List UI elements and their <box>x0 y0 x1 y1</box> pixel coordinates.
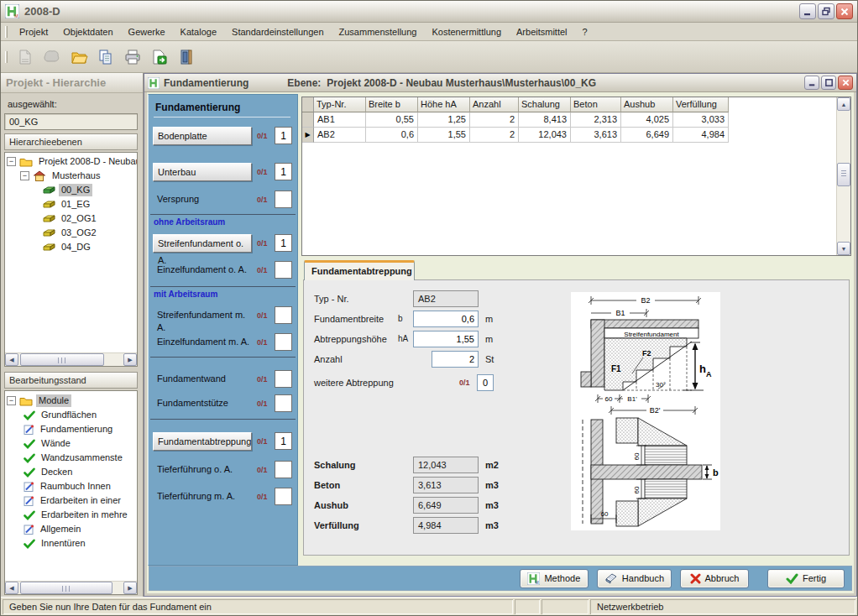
open-button[interactable] <box>40 45 64 69</box>
count-field[interactable] <box>275 333 292 351</box>
handbuch-button[interactable]: Handbuch <box>597 569 672 588</box>
module-item[interactable]: Allgemein <box>7 522 137 536</box>
category-label[interactable]: Fundamentwand <box>154 373 253 385</box>
scroll-left-icon[interactable]: ◀ <box>5 582 18 594</box>
table-row-active[interactable]: ▶ AB2 0,6 1,55 2 12,043 3,613 6,649 4,98… <box>302 128 836 143</box>
cell-verfuellung[interactable]: 4,984 <box>673 128 729 143</box>
scroll-left-icon[interactable]: ◀ <box>5 353 18 366</box>
scrollbar-thumb[interactable] <box>837 163 850 186</box>
abbruch-button[interactable]: Abbruch <box>680 569 749 588</box>
tree-item-project[interactable]: − Projekt 2008-D - Neubau <box>7 154 137 169</box>
menu-arbeitsmittel[interactable]: Arbeitsmittel <box>509 24 575 39</box>
weitere-abtreppung-input[interactable] <box>477 374 494 391</box>
print-button[interactable] <box>121 45 144 69</box>
menu-objektdaten[interactable]: Objektdaten <box>55 24 120 39</box>
cell-schalung[interactable]: 8,413 <box>519 112 571 128</box>
column-header[interactable]: Typ-Nr. <box>314 97 366 112</box>
table-row[interactable]: AB1 0,55 1,25 2 8,413 2,313 4,025 3,033 <box>302 112 836 128</box>
cell-hoehe[interactable]: 1,25 <box>418 112 470 128</box>
category-label[interactable]: Einzelfundament m. A. <box>154 336 253 348</box>
cell-typ[interactable]: AB1 <box>314 112 366 128</box>
count-field[interactable] <box>275 163 292 180</box>
abtreppungshoehe-input[interactable] <box>413 331 479 347</box>
cell-anzahl[interactable]: 2 <box>470 128 519 143</box>
module-item[interactable]: Fundamentierung <box>7 422 137 436</box>
count-field[interactable] <box>275 394 292 412</box>
scrollbar-thumb[interactable] <box>20 582 112 594</box>
menu-zusammenstellung[interactable]: Zusammenstellung <box>332 24 425 39</box>
tree-item-floor[interactable]: 04_DG <box>7 240 137 254</box>
menu-gewerke[interactable]: Gewerke <box>121 24 173 39</box>
hierarchy-tree-hscrollbar[interactable]: ◀ ▶ <box>5 352 137 366</box>
column-header[interactable]: Verfüllung <box>673 97 729 112</box>
module-maximize-button[interactable] <box>821 76 836 90</box>
count-field[interactable] <box>275 370 292 388</box>
progress-tree-hscrollbar[interactable]: ◀ ▶ <box>5 581 137 594</box>
count-field[interactable] <box>275 432 292 450</box>
count-field[interactable] <box>275 127 292 144</box>
column-header[interactable]: Breite b <box>366 97 418 112</box>
category-label[interactable]: Tieferführung m. A. <box>154 490 253 503</box>
menu-projekt[interactable]: Projekt <box>12 24 55 39</box>
module-minimize-button[interactable] <box>804 76 819 90</box>
anzahl-input[interactable] <box>432 351 479 368</box>
cell-aushub[interactable]: 6,649 <box>621 128 673 143</box>
scroll-up-icon[interactable]: ▲ <box>837 97 850 111</box>
column-header[interactable]: Schalung <box>519 97 571 112</box>
column-header[interactable]: Beton <box>571 97 621 112</box>
cell-breite[interactable]: 0,55 <box>366 112 418 128</box>
category-button[interactable]: Streifenfundament o. A. <box>153 234 252 253</box>
active-row-marker-icon[interactable]: ▶ <box>302 128 314 143</box>
table-vscrollbar[interactable]: ▲ ▼ <box>836 97 850 255</box>
module-item[interactable]: Innentüren <box>7 536 137 551</box>
tree-item-module-root[interactable]: − Module <box>7 394 137 408</box>
module-item[interactable]: Wände <box>7 436 137 451</box>
fundamentbreite-input[interactable] <box>413 311 479 327</box>
cell-schalung[interactable]: 12,043 <box>519 128 571 143</box>
category-label[interactable]: Versprung <box>154 193 253 206</box>
collapse-toggle[interactable]: − <box>20 171 29 180</box>
scroll-down-icon[interactable]: ▼ <box>837 242 850 255</box>
count-field[interactable] <box>275 234 292 252</box>
count-field[interactable] <box>275 488 292 505</box>
scroll-right-icon[interactable]: ▶ <box>123 582 137 594</box>
module-item[interactable]: Raumbuch Innen <box>7 479 137 493</box>
cell-breite[interactable]: 0,6 <box>366 128 418 143</box>
scrollbar-thumb[interactable] <box>20 353 104 366</box>
copy-button[interactable] <box>94 45 118 69</box>
cell-verfuellung[interactable]: 3,033 <box>673 112 729 128</box>
cell-beton[interactable]: 2,313 <box>571 112 621 128</box>
menu-kataloge[interactable]: Kataloge <box>173 24 224 39</box>
column-header[interactable]: Höhe hA <box>418 97 470 112</box>
open-folder-button[interactable] <box>67 45 91 69</box>
cell-aushub[interactable]: 4,025 <box>621 112 673 128</box>
scroll-right-icon[interactable]: ▶ <box>123 353 137 366</box>
category-label[interactable]: Streifenfundament m. A. <box>154 309 253 334</box>
count-field[interactable] <box>275 461 292 478</box>
count-field[interactable] <box>275 306 292 324</box>
category-button-active[interactable]: Fundamentabtreppung <box>153 432 252 451</box>
tab-fundamentabtreppung[interactable]: Fundamentabtreppung <box>304 260 415 280</box>
category-button[interactable]: Bodenplatte <box>153 127 252 145</box>
module-item[interactable]: Decken <box>7 465 137 479</box>
category-label[interactable]: Einzelfundament o. A. <box>154 264 253 276</box>
cell-anzahl[interactable]: 2 <box>470 112 519 128</box>
category-label[interactable]: Fundamentstütze <box>154 397 253 410</box>
methode-button[interactable]: M Methode <box>520 569 589 588</box>
column-header[interactable]: Anzahl <box>470 97 519 112</box>
tree-item-floor[interactable]: 01_EG <box>7 197 137 211</box>
count-field[interactable] <box>275 261 292 279</box>
module-item[interactable]: Erdarbeiten in mehre <box>7 508 137 522</box>
module-item[interactable]: Grundflächen <box>7 408 137 422</box>
new-button[interactable] <box>13 45 37 69</box>
tree-item-building[interactable]: − Musterhaus <box>7 169 137 183</box>
module-item[interactable]: Erdarbeiten in einer <box>7 493 137 508</box>
cell-hoehe[interactable]: 1,55 <box>418 128 470 143</box>
collapse-toggle[interactable]: − <box>7 157 16 166</box>
cell-beton[interactable]: 3,613 <box>571 128 621 143</box>
column-header[interactable]: Aushub <box>621 97 673 112</box>
row-selector[interactable] <box>302 112 314 128</box>
tree-item-floor[interactable]: 03_OG2 <box>7 226 137 240</box>
menu-standardeinstellungen[interactable]: Standardeinstellungen <box>224 24 331 39</box>
close-button[interactable] <box>836 3 853 19</box>
